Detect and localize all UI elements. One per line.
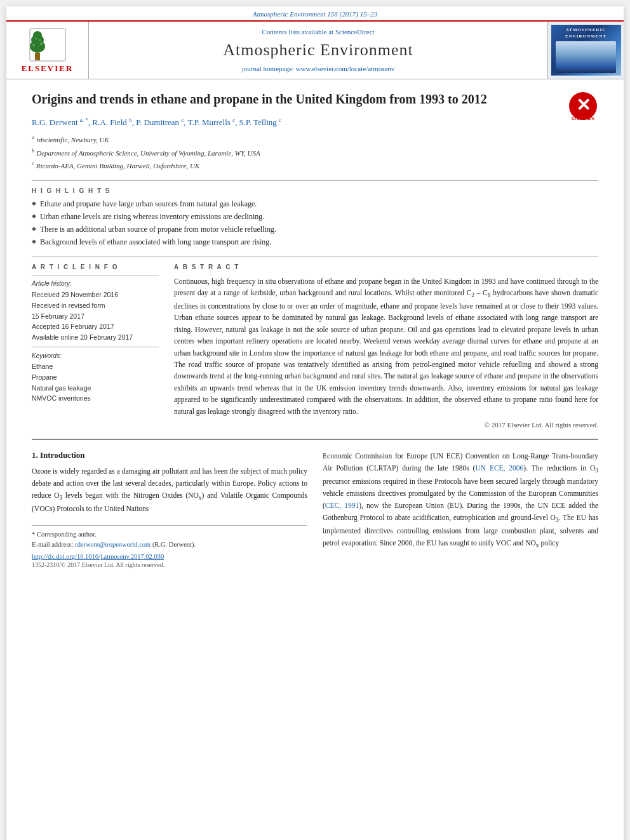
sciencedirect-link[interactable]: Contents lists available at ScienceDirec… xyxy=(262,28,374,36)
history-item-3: 15 February 2017 xyxy=(32,311,159,322)
doi-link[interactable]: http://dx.doi.org/10.1016/j.atmosenv.201… xyxy=(32,553,307,560)
highlight-item-2: Urban ethane levels are rising whereas i… xyxy=(32,211,598,222)
journal-cover-image: ATMOSPHERIC ENVIRONMENT xyxy=(547,22,624,79)
highlights-label: H I G H L I G H T S xyxy=(32,187,598,194)
journal-title-area: Contents lists available at ScienceDirec… xyxy=(89,22,547,79)
svg-point-5 xyxy=(40,43,43,45)
affiliation-c: c Ricardo-AEA, Gemini Building, Harwell,… xyxy=(32,159,598,171)
svg-rect-0 xyxy=(35,53,40,60)
journal-citation[interactable]: Atmospheric Environment 156 (2017) 15–23 xyxy=(6,6,624,20)
keywords-label: Keywords: xyxy=(32,352,159,359)
citation-text: Atmospheric Environment 156 (2017) 15–23 xyxy=(253,10,377,18)
article-info-col: A R T I C L E I N F O Article history: R… xyxy=(32,263,159,429)
ref-cec-link[interactable]: CEC, 1991 xyxy=(325,502,359,509)
homepage-link[interactable]: www.elsevier.com/locate/atmosenv xyxy=(296,65,395,72)
content-area: Origins and trends in ethane and propane… xyxy=(6,79,624,581)
history-item-1: Received 29 November 2016 xyxy=(32,290,159,300)
page: Atmospheric Environment 156 (2017) 15–23… xyxy=(6,6,624,840)
introduction-section: 1. Introduction Ozone is widely regarded… xyxy=(32,450,598,569)
highlight-list: Ethane and propane have large urban sour… xyxy=(32,198,598,248)
affiliation-a: a rdscientific, Newbury, UK xyxy=(32,133,598,145)
svg-text:✕: ✕ xyxy=(576,95,591,115)
highlight-item-4: Background levels of ethane associated w… xyxy=(32,236,598,248)
intro-heading: 1. Introduction xyxy=(32,450,307,460)
crossmark-logo[interactable]: ✕ CrossMark xyxy=(568,91,598,121)
affiliation-b: b Department of Atmospheric Science, Uni… xyxy=(32,146,598,159)
elsevier-logo-area: ELSEVIER xyxy=(6,22,89,79)
journal-header: ELSEVIER Contents lists available at Sci… xyxy=(6,20,624,79)
abstract-text: Continuous, high frequency in situ obser… xyxy=(174,276,598,417)
authors-line: R.G. Derwent a, *, R.A. Field b, P. Dumi… xyxy=(32,117,598,128)
intro-right-text: Economic Commission for Europe (UN ECE) … xyxy=(323,450,598,550)
affiliations: a rdscientific, Newbury, UK b Department… xyxy=(32,133,598,171)
keyword-3: Natural gas leakage xyxy=(32,383,159,394)
keyword-1: Ethane xyxy=(32,361,159,372)
highlights-section: H I G H L I G H T S Ethane and propane h… xyxy=(32,187,598,248)
history-item-5: Available online 20 February 2017 xyxy=(32,332,159,343)
svg-text:CrossMark: CrossMark xyxy=(572,116,594,121)
history-item-4: Accepted 16 February 2017 xyxy=(32,321,159,332)
footnote-area: * Corresponding author. E-mail address: … xyxy=(32,525,307,569)
email-note: E-mail address: rderwent@iropenworld.com… xyxy=(32,540,307,550)
journal-cover: ATMOSPHERIC ENVIRONMENT xyxy=(551,25,621,76)
intro-left-col: 1. Introduction Ozone is widely regarded… xyxy=(32,450,307,569)
main-divider xyxy=(32,439,598,440)
article-info-abstract: A R T I C L E I N F O Article history: R… xyxy=(32,263,598,429)
info-divider-1 xyxy=(32,276,159,276)
divider-1 xyxy=(32,180,598,181)
highlight-item-1: Ethane and propane have large urban sour… xyxy=(32,198,598,210)
sciencedirect-text[interactable]: ScienceDirect xyxy=(335,28,375,36)
keyword-2: Propane xyxy=(32,372,159,383)
abstract-col: A B S T R A C T Continuous, high frequen… xyxy=(174,263,598,429)
issn-text: 1352-2310/© 2017 Elsevier Ltd. All right… xyxy=(32,561,307,568)
intro-left-text: Ozone is widely regarded as a damaging a… xyxy=(32,465,307,515)
journal-name: Atmospheric Environment xyxy=(223,41,413,60)
svg-point-6 xyxy=(35,37,37,39)
divider-2 xyxy=(32,257,598,257)
homepage-line: journal homepage: www.elsevier.com/locat… xyxy=(242,65,395,72)
elsevier-tree-icon xyxy=(29,27,67,62)
ref-unece-link[interactable]: UN ECE, 2006 xyxy=(475,464,523,472)
corresponding-note: * Corresponding author. xyxy=(32,530,307,540)
history-label: Article history: xyxy=(32,280,159,287)
svg-point-3 xyxy=(33,31,42,39)
history-item-2: Received in revised form xyxy=(32,300,159,311)
intro-right-col: Economic Commission for Europe (UN ECE) … xyxy=(323,450,598,569)
svg-point-4 xyxy=(32,44,35,46)
article-info-label: A R T I C L E I N F O xyxy=(32,263,159,270)
copyright-notice: © 2017 Elsevier Ltd. All rights reserved… xyxy=(174,421,598,429)
svg-point-7 xyxy=(39,39,41,41)
info-divider-2 xyxy=(32,347,159,347)
elsevier-wordmark: ELSEVIER xyxy=(22,63,74,74)
email-link[interactable]: rderwent@iropenworld.com xyxy=(75,541,151,548)
abstract-label: A B S T R A C T xyxy=(174,263,598,270)
keyword-4: NMVOC inventories xyxy=(32,393,159,404)
highlight-item-3: There is an additional urban source of p… xyxy=(32,223,598,235)
article-title: Origins and trends in ethane and propane… xyxy=(32,91,598,108)
